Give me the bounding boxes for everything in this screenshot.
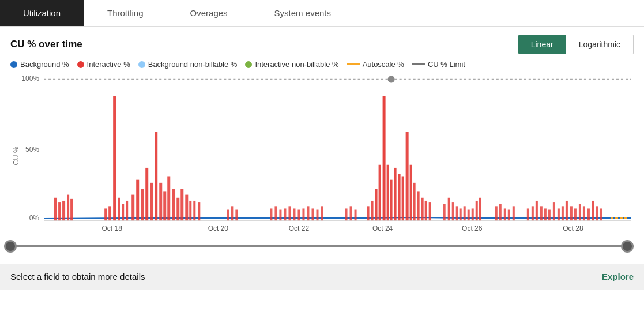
svg-rect-61 xyxy=(429,202,431,220)
bottom-bar: Select a field to obtain more details Ex… xyxy=(0,264,644,290)
chart-legend: Background % Interactive % Background no… xyxy=(10,60,634,69)
x-label-oct24: Oct 24 xyxy=(372,224,393,232)
svg-rect-12 xyxy=(136,180,139,221)
tab-throttling[interactable]: Throttling xyxy=(84,0,167,26)
svg-rect-50 xyxy=(387,165,389,220)
svg-rect-43 xyxy=(350,206,352,220)
legend-interactive-nonbillable: Interactive non-billable % xyxy=(245,60,338,69)
svg-rect-74 xyxy=(504,208,506,220)
legend-interactive-nonbillable-label: Interactive non-billable % xyxy=(255,60,338,69)
svg-rect-25 xyxy=(193,201,195,220)
tab-system-events[interactable]: System events xyxy=(251,0,354,26)
background-nonbillable-dot xyxy=(138,61,145,68)
legend-cu-limit: CU % Limit xyxy=(412,60,465,69)
scale-logarithmic-button[interactable]: Logarithmic xyxy=(566,35,633,54)
svg-rect-77 xyxy=(527,208,529,220)
svg-rect-55 xyxy=(406,132,409,220)
svg-rect-70 xyxy=(476,201,478,220)
limit-marker xyxy=(388,76,395,82)
svg-rect-18 xyxy=(163,191,166,220)
svg-rect-84 xyxy=(558,208,560,220)
svg-rect-45 xyxy=(367,206,370,220)
svg-rect-35 xyxy=(293,208,295,220)
scale-linear-button[interactable]: Linear xyxy=(518,35,566,54)
chart-svg: 100% 50% 0% CU % xyxy=(10,72,634,234)
svg-rect-36 xyxy=(297,210,300,221)
y-axis-label: CU % xyxy=(12,147,20,166)
legend-autoscale: Autoscale % xyxy=(347,60,404,69)
svg-rect-8 xyxy=(118,198,120,220)
x-label-oct26: Oct 26 xyxy=(462,224,483,232)
svg-rect-29 xyxy=(235,210,238,221)
svg-rect-2 xyxy=(62,201,65,220)
svg-rect-56 xyxy=(410,165,412,220)
svg-rect-42 xyxy=(345,208,348,220)
legend-cu-limit-label: CU % Limit xyxy=(428,60,465,69)
svg-rect-22 xyxy=(180,189,183,220)
legend-interactive-label: Interactive % xyxy=(87,60,130,69)
legend-background: Background % xyxy=(10,60,69,69)
svg-rect-0 xyxy=(54,198,57,220)
svg-rect-66 xyxy=(460,208,462,220)
y-label-0: 0% xyxy=(29,214,39,222)
y-label-50: 50% xyxy=(25,145,39,153)
svg-rect-58 xyxy=(417,191,420,220)
scale-toggle: Linear Logarithmic xyxy=(518,35,634,54)
svg-rect-94 xyxy=(600,208,602,220)
svg-rect-23 xyxy=(185,195,188,221)
legend-interactive: Interactive % xyxy=(77,60,130,69)
chart-area: 100% 50% 0% CU % xyxy=(10,72,634,234)
legend-background-label: Background % xyxy=(20,60,69,69)
svg-rect-72 xyxy=(495,206,498,220)
svg-rect-86 xyxy=(566,201,568,220)
svg-rect-92 xyxy=(592,201,594,220)
svg-rect-41 xyxy=(321,206,323,220)
range-slider xyxy=(0,234,644,259)
svg-rect-73 xyxy=(499,204,502,220)
tab-utilization[interactable]: Utilization xyxy=(0,0,84,26)
explore-button[interactable]: Explore xyxy=(602,272,634,281)
svg-rect-37 xyxy=(302,208,304,220)
svg-rect-65 xyxy=(456,206,458,220)
background-dot xyxy=(10,61,17,68)
svg-rect-34 xyxy=(288,206,291,220)
tab-bar: Utilization Throttling Overages System e… xyxy=(0,0,644,27)
svg-rect-40 xyxy=(316,210,318,221)
svg-rect-11 xyxy=(131,195,134,221)
slider-thumb-left[interactable] xyxy=(4,240,17,253)
svg-rect-32 xyxy=(279,210,281,221)
svg-rect-78 xyxy=(532,206,534,220)
svg-rect-38 xyxy=(307,206,309,220)
svg-rect-81 xyxy=(544,208,547,220)
svg-rect-21 xyxy=(176,198,179,220)
svg-rect-39 xyxy=(311,208,314,220)
svg-rect-83 xyxy=(553,202,555,220)
svg-rect-15 xyxy=(150,183,153,220)
svg-rect-91 xyxy=(587,208,590,220)
svg-rect-67 xyxy=(464,206,466,220)
svg-rect-75 xyxy=(508,210,510,221)
svg-rect-10 xyxy=(126,201,128,220)
x-label-oct20: Oct 20 xyxy=(208,224,229,232)
x-label-oct22: Oct 22 xyxy=(289,224,310,232)
svg-rect-93 xyxy=(596,206,598,220)
y-label-100: 100% xyxy=(21,74,39,82)
svg-rect-14 xyxy=(145,168,148,220)
slider-thumb-right[interactable] xyxy=(621,240,634,253)
svg-rect-5 xyxy=(104,208,107,220)
svg-rect-88 xyxy=(574,208,577,220)
svg-rect-71 xyxy=(479,198,481,220)
svg-rect-27 xyxy=(227,210,229,221)
svg-rect-62 xyxy=(443,204,446,220)
interactive-nonbillable-dot xyxy=(245,61,252,68)
svg-rect-33 xyxy=(284,208,286,220)
bottom-status-text: Select a field to obtain more details xyxy=(10,272,145,281)
main-content: CU % over time Linear Logarithmic Backgr… xyxy=(0,27,644,234)
svg-rect-30 xyxy=(270,208,272,220)
chart-header: CU % over time Linear Logarithmic xyxy=(10,35,634,54)
svg-rect-9 xyxy=(122,204,124,220)
svg-rect-68 xyxy=(468,210,470,221)
svg-rect-60 xyxy=(425,201,427,220)
tab-overages[interactable]: Overages xyxy=(167,0,251,26)
svg-rect-57 xyxy=(413,183,416,220)
